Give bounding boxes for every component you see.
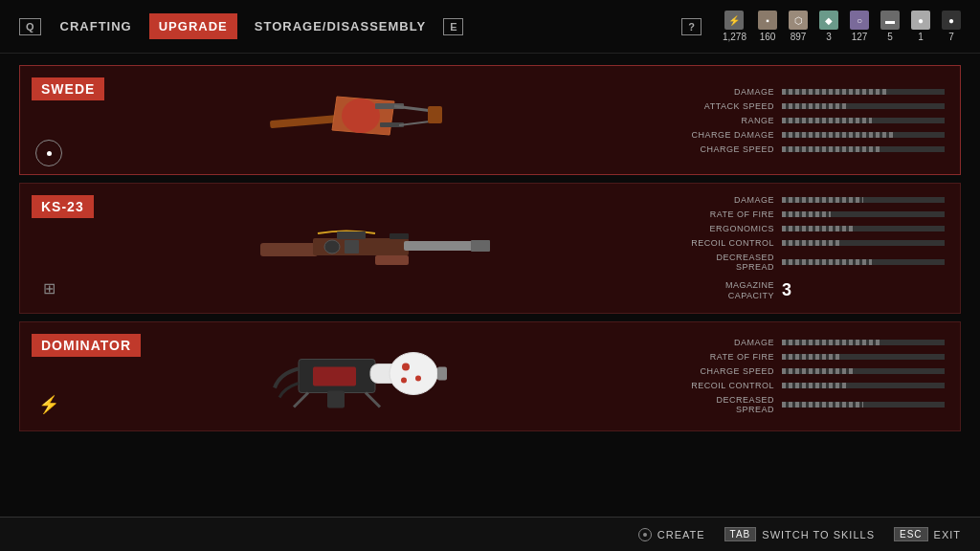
- svg-rect-26: [437, 367, 447, 381]
- nav-crafting[interactable]: CRAFTING: [51, 13, 142, 39]
- resource-4: ◆ 3: [819, 11, 838, 42]
- resource-icon-6: ▬: [880, 11, 900, 30]
- stat-label-ks23-ergonomics: ERGONOMICS: [688, 224, 774, 233]
- exit-action[interactable]: ESC EXIT: [894, 527, 961, 541]
- stat-bar-damage: [782, 89, 945, 95]
- resource-icon-1: ⚡: [724, 11, 744, 30]
- stat-row-ks23-spread: DECREASED SPREAD: [688, 253, 945, 272]
- dominator-stats: DAMAGE RATE OF FIRE CHARGE SPEED RECOIL …: [673, 326, 960, 426]
- stat-row-attack-speed: ATTACK SPEED: [688, 101, 945, 111]
- help-button[interactable]: ?: [681, 18, 702, 35]
- svg-rect-17: [313, 367, 356, 386]
- tab-key: TAB: [724, 527, 757, 541]
- stat-bar-dom-rof: [782, 354, 945, 360]
- stat-label-damage: DAMAGE: [688, 87, 774, 97]
- nav-key-e: E: [443, 18, 463, 35]
- ks23-ammo-icon: ⊞: [43, 279, 56, 305]
- weapon-card-dominator[interactable]: DOMINATOR ⚡: [19, 321, 961, 431]
- stat-bar-dom-damage: [782, 340, 945, 345]
- svg-rect-23: [327, 391, 345, 408]
- svg-point-20: [402, 364, 410, 371]
- resource-icon-8: ●: [942, 11, 961, 30]
- weapon-name-dominator: DOMINATOR: [32, 334, 141, 357]
- swede-circle-icon: [35, 140, 62, 166]
- stat-row-ks23-ergonomics: ERGONOMICS: [688, 224, 945, 233]
- resource-count-6: 5: [887, 32, 893, 42]
- stat-label-dom-recoil: RECOIL CONTROL: [688, 381, 774, 390]
- svg-rect-15: [390, 233, 409, 239]
- resource-count-5: 127: [852, 32, 868, 42]
- stat-bar-ks23-damage: [782, 197, 945, 203]
- stat-row-ks23-damage: DAMAGE: [688, 195, 945, 205]
- resource-bar: ? ⚡ 1,278 ▪ 160 ⬡ 897 ◆ 3 ○ 127 ▬ 5 ● 1: [681, 11, 961, 42]
- swede-stats: DAMAGE ATTACK SPEED RANGE CHARGE DAMAGE: [673, 76, 960, 165]
- svg-rect-6: [428, 106, 442, 123]
- stat-bar-ks23-recoil: [782, 240, 945, 246]
- stat-row-damage: DAMAGE: [688, 87, 945, 97]
- svg-line-24: [294, 393, 308, 408]
- stat-bar-charge-speed: [782, 146, 945, 152]
- svg-point-1: [342, 99, 380, 133]
- resource-icon-2: ▪: [758, 11, 777, 30]
- swede-circle-dot: [47, 151, 52, 156]
- stat-bar-dom-recoil: [782, 383, 945, 388]
- resource-icon-5: ○: [850, 11, 869, 30]
- resource-7: ● 1: [911, 11, 930, 42]
- stat-bar-charge-damage: [782, 132, 945, 138]
- stat-bar-ks23-spread: [782, 259, 945, 265]
- ks23-stats: DAMAGE RATE OF FIRE ERGONOMICS RECOIL CO…: [673, 184, 960, 313]
- nav-upgrade[interactable]: UPGRADE: [149, 13, 237, 39]
- svg-line-25: [366, 393, 380, 408]
- svg-rect-10: [471, 240, 490, 252]
- resource-8: ● 7: [942, 11, 961, 42]
- switch-skills-action[interactable]: TAB SWITCH TO SKILLS: [724, 527, 875, 541]
- stat-label-ks23-spread: DECREASED SPREAD: [688, 253, 774, 272]
- svg-rect-9: [404, 241, 480, 251]
- stat-label-ks23-damage: DAMAGE: [688, 195, 774, 205]
- stat-row-charge-speed: CHARGE SPEED: [688, 144, 945, 154]
- ks23-image: [78, 195, 673, 300]
- nav-storage[interactable]: STORAGE/DISASSEMBLY: [245, 13, 435, 39]
- stat-label-dom-damage: DAMAGE: [688, 338, 774, 347]
- stat-row-dom-rof: RATE OF FIRE: [688, 352, 945, 362]
- resource-count-1: 1,278: [723, 32, 746, 42]
- weapon-card-swede[interactable]: SWEDE: [19, 65, 961, 175]
- dominator-image: [78, 323, 673, 429]
- swede-weapon-svg: [241, 82, 509, 159]
- resource-icon-3: ⬡: [789, 11, 808, 30]
- dominator-lightning-icon: ⚡: [38, 394, 59, 423]
- resource-3: ⬡ 897: [789, 11, 808, 42]
- weapon-card-ks23[interactable]: KS-23 ⊞: [19, 183, 961, 314]
- resource-count-3: 897: [791, 32, 807, 42]
- stat-row-charge-damage: CHARGE DAMAGE: [688, 130, 945, 140]
- nav-key-q: Q: [19, 18, 41, 35]
- svg-rect-7: [260, 243, 318, 256]
- stat-bar-attack-speed: [782, 103, 945, 109]
- svg-point-22: [401, 378, 407, 384]
- stat-extra-magazine: MAGAZINECAPACITY 3: [688, 280, 945, 301]
- bottom-bar: CREATE TAB SWITCH TO SKILLS ESC EXIT: [0, 517, 980, 551]
- stat-bar-ks23-rof: [782, 211, 945, 217]
- stat-label-dom-spread: DECREASED SPREAD: [688, 395, 774, 414]
- stat-bar-dom-spread: [782, 402, 945, 408]
- create-action[interactable]: CREATE: [638, 528, 705, 541]
- create-dot: [643, 533, 647, 537]
- svg-point-21: [415, 376, 421, 382]
- stat-row-ks23-recoil: RECOIL CONTROL: [688, 238, 945, 248]
- weapon-list: SWEDE: [0, 54, 980, 443]
- stat-label-range: RANGE: [688, 116, 774, 125]
- stat-label-ks23-recoil: RECOIL CONTROL: [688, 238, 774, 248]
- stat-bar-range: [782, 118, 945, 123]
- stat-label-magazine: MAGAZINECAPACITY: [688, 280, 774, 301]
- exit-label: EXIT: [934, 529, 961, 540]
- svg-rect-14: [337, 231, 366, 239]
- create-label: CREATE: [657, 529, 705, 540]
- stat-row-range: RANGE: [688, 116, 945, 125]
- stat-label-attack-speed: ATTACK SPEED: [688, 101, 774, 111]
- swede-image: [78, 68, 673, 173]
- svg-rect-13: [345, 240, 359, 253]
- resource-5: ○ 127: [850, 11, 869, 42]
- stat-row-dom-spread: DECREASED SPREAD: [688, 395, 945, 414]
- stat-row-dom-recoil: RECOIL CONTROL: [688, 381, 945, 390]
- stat-label-dom-charge: CHARGE SPEED: [688, 366, 774, 376]
